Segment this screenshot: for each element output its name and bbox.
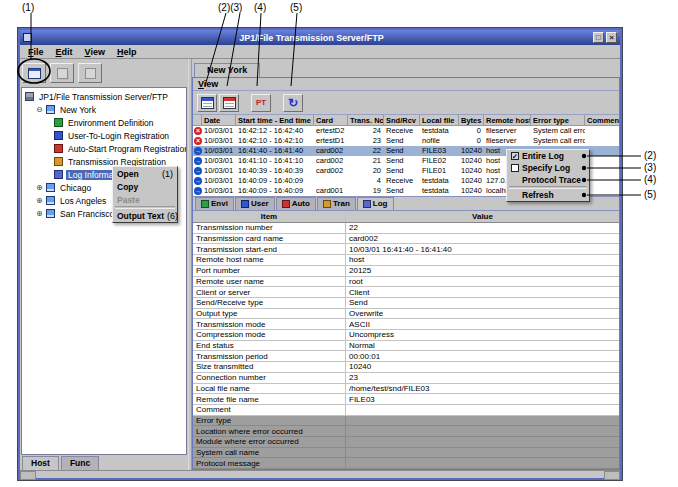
context-menu-entire-log[interactable]: Entire Log — [507, 150, 589, 162]
tab-auto[interactable]: Auto — [276, 197, 316, 210]
detail-row[interactable]: Remote user nameroot — [193, 277, 619, 288]
log-table-row[interactable]: 10/03/01 16:42:10 - 16:42:10 ertestD1 23… — [193, 136, 619, 146]
detail-row-grayed[interactable]: Module where error occurred — [193, 437, 619, 448]
log-table-row[interactable]: 10/03/01 16:42:12 - 16:42:40 ertestD2 24… — [193, 126, 619, 136]
expand-toggle-icon[interactable]: ⊕ — [36, 181, 46, 194]
detail-row[interactable]: Port number20125 — [193, 266, 619, 277]
expand-toggle-icon[interactable]: ⊕ — [36, 207, 46, 220]
callout-label-4: (4) — [254, 2, 266, 13]
right-panel: New York View PT ↻ — [192, 59, 620, 470]
column-header-value: Value — [346, 211, 619, 222]
detail-row[interactable]: Size transmitted10240 — [193, 362, 619, 373]
callout-ref-output-text: (6) — [164, 211, 178, 221]
detail-row-grayed[interactable]: Location where error occurred — [193, 426, 619, 437]
detail-row[interactable]: Transmission period00:00:01 — [193, 351, 619, 362]
context-menu-paste[interactable]: Paste — [113, 193, 177, 206]
log-window-toolbar-button[interactable] — [22, 63, 46, 83]
detail-row[interactable]: Comment — [193, 405, 619, 416]
error-status-icon — [194, 137, 202, 145]
context-menu-specify-log[interactable]: Specify Log — [507, 162, 589, 174]
tab-tran[interactable]: Tran — [317, 197, 356, 210]
column-header-start-end[interactable]: Start time - End time — [236, 115, 314, 125]
refresh-icon: ↻ — [288, 97, 298, 109]
menu-edit[interactable]: Edit — [51, 47, 78, 57]
detail-row[interactable]: Compression modeUncompress — [193, 330, 619, 341]
collapse-toggle-icon[interactable]: ⊖ — [36, 103, 46, 116]
detail-row[interactable]: Transmission number22 — [193, 223, 619, 234]
context-menu-protocol-trace[interactable]: Protocol Trace — [507, 174, 589, 186]
menu-view-log[interactable]: View — [198, 78, 218, 90]
menu-help[interactable]: Help — [112, 47, 142, 57]
tree-root[interactable]: JP1/File Transmission Server/FTP — [22, 90, 186, 103]
log-tab-icon — [363, 200, 371, 208]
detail-row[interactable]: Transmission card namecard002 — [193, 234, 619, 245]
window-titlebar[interactable]: JP1/File Transmission Server/FTP — [20, 30, 620, 45]
tab-func[interactable]: Func — [61, 456, 99, 470]
status-column-header — [193, 115, 202, 125]
detail-row[interactable]: End statusNormal — [193, 341, 619, 352]
expand-toggle-icon[interactable]: ⊕ — [36, 194, 46, 207]
tree-node-new-york[interactable]: ⊖ New York — [22, 103, 186, 116]
tree-item-auto-start-program-registration[interactable]: Auto-Start Program Registration — [22, 142, 186, 155]
menu-file[interactable]: File — [23, 47, 49, 57]
context-menu-output-text[interactable]: Output Text (6) — [113, 209, 177, 222]
column-header-card[interactable]: Card — [314, 115, 348, 125]
envi-tab-icon — [201, 200, 209, 208]
detail-row[interactable]: Transmission modeASCII — [193, 319, 619, 330]
context-menu-refresh[interactable]: Refresh — [507, 189, 589, 201]
log-context-menu: Entire Log Specify Log Protocol Trace Re… — [506, 149, 590, 202]
specify-log-button[interactable] — [219, 94, 239, 112]
app-window: JP1/File Transmission Server/FTP File Ed… — [18, 28, 622, 480]
tab-user[interactable]: User — [235, 197, 275, 210]
context-menu-copy[interactable]: Copy — [113, 180, 177, 193]
callout-label-2-3: (2)(3) — [218, 2, 242, 13]
detail-row[interactable]: Local file name/home/test/snd/FILE03 — [193, 384, 619, 395]
detail-row[interactable]: Remote file nameFILE03 — [193, 394, 619, 405]
left-tab-bar: Host Func — [20, 455, 188, 470]
detail-row[interactable]: Connection number23 — [193, 373, 619, 384]
maximize-button[interactable] — [593, 32, 604, 43]
server-icon — [46, 183, 55, 192]
figure-canvas: (1) (2)(3) (4) (5) (2) (3) (4) (5) JP1/F… — [0, 0, 678, 487]
tab-log[interactable]: Log — [357, 197, 394, 210]
detail-row-grayed[interactable]: Error type — [193, 416, 619, 427]
entire-log-button[interactable] — [197, 94, 217, 112]
auto-tab-icon — [282, 200, 290, 208]
specify-log-icon — [223, 97, 236, 109]
detail-row[interactable]: Output typeOverwrite — [193, 309, 619, 320]
detail-row[interactable]: Send/Receive typeSend — [193, 298, 619, 309]
tab-new-york[interactable]: New York — [194, 63, 260, 77]
column-header-comment[interactable]: Comment — [585, 115, 619, 125]
tab-envi[interactable]: Envi — [195, 197, 234, 210]
auto-start-icon — [54, 144, 63, 153]
detail-row[interactable]: Client or serverClient — [193, 287, 619, 298]
log-table-header: Date Start time - End time Card Trans. N… — [193, 115, 619, 126]
column-header-error-type[interactable]: Error type — [531, 115, 585, 125]
paste-toolbar-button[interactable] — [78, 63, 102, 83]
column-header-sndrcv[interactable]: Snd/Rcv — [384, 115, 420, 125]
copy-toolbar-button[interactable] — [50, 63, 74, 83]
success-status-icon — [194, 147, 202, 155]
column-header-remote-host[interactable]: Remote host — [484, 115, 531, 125]
menubar: File Edit View Help — [20, 45, 620, 59]
detail-row[interactable]: Transmission start-end10/03/01 16:41:40 … — [193, 244, 619, 255]
tree-item-user-to-login-registration[interactable]: User-To-Login Registration — [22, 129, 186, 142]
column-header-bytes[interactable]: Bytes — [459, 115, 484, 125]
context-menu-open[interactable]: Open (1) — [113, 167, 177, 180]
detail-row[interactable]: Remote host namehost — [193, 255, 619, 266]
column-header-trans-no[interactable]: Trans. No. — [348, 115, 384, 125]
window-bottom-border — [20, 470, 620, 478]
callout-label-1: (1) — [22, 2, 34, 13]
detail-row-grayed[interactable]: Protocol message — [193, 458, 619, 469]
column-header-local-file[interactable]: Local file — [420, 115, 459, 125]
menu-view[interactable]: View — [80, 47, 110, 57]
detail-row-grayed[interactable]: System call name — [193, 448, 619, 459]
tree-item-environment-definition[interactable]: Environment Definition — [22, 116, 186, 129]
column-header-date[interactable]: Date — [202, 115, 236, 125]
column-header-item: Item — [193, 211, 346, 222]
refresh-button[interactable]: ↻ — [283, 94, 303, 112]
transmission-registration-icon — [54, 157, 63, 166]
protocol-trace-button[interactable]: PT — [251, 94, 271, 112]
tab-host[interactable]: Host — [22, 456, 59, 470]
close-button[interactable] — [606, 32, 617, 43]
